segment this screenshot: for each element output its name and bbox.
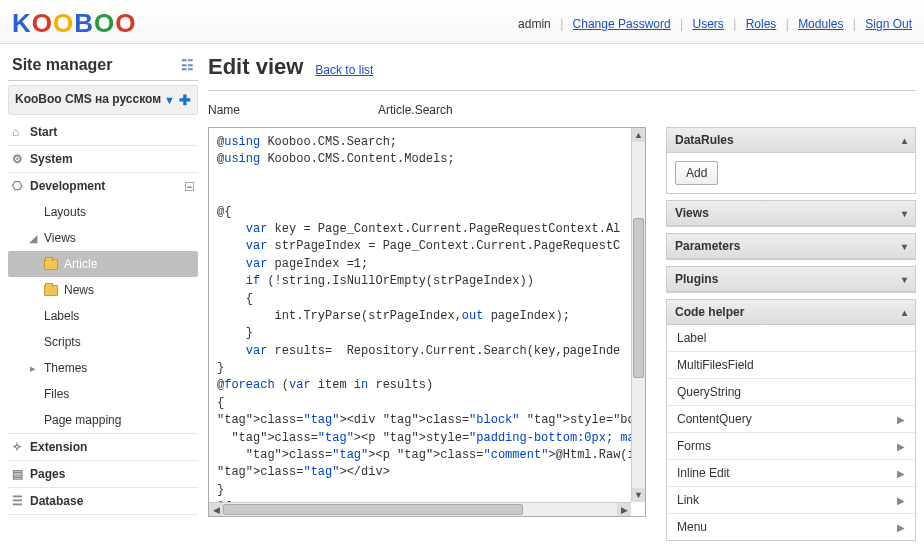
scroll-thumb[interactable] — [633, 218, 644, 378]
link-users[interactable]: Users — [692, 17, 723, 31]
collapse-up-icon: ▴ — [902, 135, 907, 146]
section-datarules: DataRules▴ Add — [666, 127, 916, 194]
right-panel: DataRules▴ Add Views▾ Parameters▾ — [666, 127, 916, 547]
sitemap-icon[interactable]: ☷ — [181, 57, 194, 73]
scroll-thumb[interactable] — [223, 504, 523, 515]
nav-development[interactable]: ⎔ Development − — [8, 173, 198, 199]
puzzle-icon: ✧ — [12, 440, 24, 454]
scroll-up-icon[interactable]: ▲ — [632, 128, 645, 142]
nav-themes[interactable]: ▸Themes — [8, 355, 198, 381]
expand-down-icon: ▾ — [902, 241, 907, 252]
vertical-scrollbar[interactable]: ▲ ▼ — [631, 128, 645, 502]
folder-icon — [44, 285, 58, 296]
sidebar: Site manager ☷ KooBoo CMS на русском ▼ ✚… — [8, 50, 198, 547]
nav-page-mapping[interactable]: Page mapping — [8, 407, 198, 433]
nav-system[interactable]: ⚙System — [8, 146, 198, 172]
codehelper-item-label: Forms — [677, 439, 711, 453]
page-icon: ▤ — [12, 467, 24, 481]
home-icon: ⌂ — [12, 125, 24, 139]
codehelper-item[interactable]: Label — [667, 325, 915, 351]
link-roles[interactable]: Roles — [746, 17, 777, 31]
nav-extension[interactable]: ✧Extension — [8, 434, 198, 460]
name-row: Name Article.Search — [208, 99, 916, 127]
site-name: KooBoo CMS на русском — [15, 92, 161, 108]
section-views-header[interactable]: Views▾ — [667, 201, 915, 226]
collapse-up-icon: ▴ — [902, 307, 907, 318]
sidebar-header: Site manager ☷ — [8, 50, 198, 81]
dev-icon: ⎔ — [12, 179, 24, 193]
chevron-down-icon[interactable]: ▼ — [164, 94, 175, 106]
codehelper-item-label: Inline Edit — [677, 466, 730, 480]
expand-down-icon: ▾ — [902, 208, 907, 219]
nav-labels[interactable]: Labels — [8, 303, 198, 329]
top-bar: KOOBOO admin | Change Password | Users |… — [0, 0, 924, 44]
section-parameters-header[interactable]: Parameters▾ — [667, 234, 915, 259]
section-codehelper-header[interactable]: Code helper▴ — [667, 300, 915, 325]
nav-scripts[interactable]: Scripts — [8, 329, 198, 355]
codehelper-item[interactable]: MultiFilesField — [667, 351, 915, 378]
codehelper-item[interactable]: Menu▶ — [667, 513, 915, 540]
scroll-down-icon[interactable]: ▼ — [632, 488, 645, 502]
codehelper-item-label: ContentQuery — [677, 412, 752, 426]
name-value: Article.Search — [378, 103, 453, 117]
nav-views-article[interactable]: Article — [8, 251, 198, 277]
codehelper-item-label: Label — [677, 331, 706, 345]
code-content[interactable]: @using Kooboo.CMS.Search; @using Kooboo.… — [209, 128, 631, 502]
codehelper-item[interactable]: Link▶ — [667, 486, 915, 513]
add-site-icon[interactable]: ✚ — [179, 92, 191, 108]
page-heading: Edit view Back to list — [208, 50, 916, 91]
section-views: Views▾ — [666, 200, 916, 227]
link-modules[interactable]: Modules — [798, 17, 843, 31]
logo: KOOBOO — [12, 8, 137, 39]
nav-start[interactable]: ⌂Start — [8, 119, 198, 145]
codehelper-list: LabelMultiFilesFieldQueryStringContentQu… — [667, 325, 915, 540]
scroll-left-icon[interactable]: ◀ — [209, 503, 223, 516]
top-links: admin | Change Password | Users | Roles … — [518, 17, 912, 31]
codehelper-item-label: MultiFilesField — [677, 358, 754, 372]
back-to-list-link[interactable]: Back to list — [315, 63, 373, 77]
name-label: Name — [208, 103, 248, 117]
db-icon: ☰ — [12, 494, 24, 508]
codehelper-item[interactable]: QueryString — [667, 378, 915, 405]
nav-views[interactable]: ◢Views — [8, 225, 198, 251]
section-plugins-header[interactable]: Plugins▾ — [667, 267, 915, 292]
codehelper-item-label: QueryString — [677, 385, 741, 399]
gear-icon: ⚙ — [12, 152, 24, 166]
submenu-icon: ▶ — [897, 441, 905, 452]
codehelper-item-label: Menu — [677, 520, 707, 534]
section-codehelper: Code helper▴ LabelMultiFilesFieldQuerySt… — [666, 299, 916, 541]
folder-icon — [44, 259, 58, 270]
page-title: Edit view — [208, 54, 303, 80]
site-selector[interactable]: KooBoo CMS на русском ▼ ✚ — [8, 85, 198, 115]
section-plugins: Plugins▾ — [666, 266, 916, 293]
link-change-password[interactable]: Change Password — [573, 17, 671, 31]
link-sign-out[interactable]: Sign Out — [865, 17, 912, 31]
submenu-icon: ▶ — [897, 414, 905, 425]
nav-database[interactable]: ☰Database — [8, 488, 198, 514]
expand-down-icon: ▾ — [902, 274, 907, 285]
nav-tree: ⌂Start ⚙System ⎔ Development − Layouts ◢… — [8, 119, 198, 515]
sidebar-title: Site manager — [12, 56, 112, 74]
nav-layouts[interactable]: Layouts — [8, 199, 198, 225]
section-datarules-header[interactable]: DataRules▴ — [667, 128, 915, 153]
collapse-icon[interactable]: − — [185, 182, 194, 191]
expand-icon[interactable]: ◢ — [28, 232, 38, 245]
codehelper-item[interactable]: Inline Edit▶ — [667, 459, 915, 486]
add-datarule-button[interactable]: Add — [675, 161, 718, 185]
current-user: admin — [518, 17, 551, 31]
code-editor[interactable]: @using Kooboo.CMS.Search; @using Kooboo.… — [208, 127, 646, 517]
scroll-right-icon[interactable]: ▶ — [617, 503, 631, 516]
submenu-icon: ▶ — [897, 468, 905, 479]
nav-views-news[interactable]: News — [8, 277, 198, 303]
submenu-icon: ▶ — [897, 495, 905, 506]
codehelper-item-label: Link — [677, 493, 699, 507]
expand-icon[interactable]: ▸ — [28, 362, 38, 375]
submenu-icon: ▶ — [897, 522, 905, 533]
codehelper-item[interactable]: ContentQuery▶ — [667, 405, 915, 432]
nav-pages[interactable]: ▤Pages — [8, 461, 198, 487]
main: Edit view Back to list Name Article.Sear… — [208, 50, 916, 547]
section-parameters: Parameters▾ — [666, 233, 916, 260]
nav-files[interactable]: Files — [8, 381, 198, 407]
horizontal-scrollbar[interactable]: ◀ ▶ — [209, 502, 631, 516]
codehelper-item[interactable]: Forms▶ — [667, 432, 915, 459]
